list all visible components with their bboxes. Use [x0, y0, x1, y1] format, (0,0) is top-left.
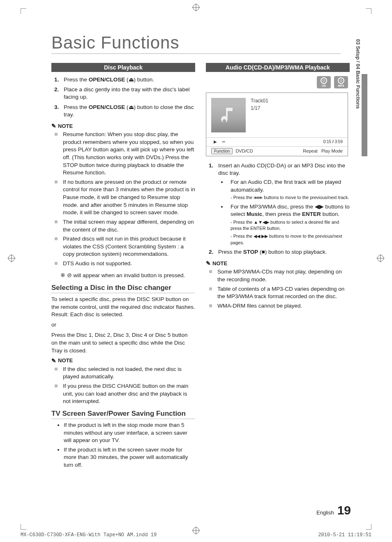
registration-mark-icon	[193, 4, 199, 11]
note-list: If the disc selected is not loaded, the …	[51, 366, 195, 405]
pause-icon: ═	[222, 139, 225, 144]
album-art-icon	[211, 98, 246, 132]
section-header-audio-cd: Audio CD(CD-DA)/MP3/WMA Playback	[206, 63, 350, 72]
note-item: WMA-DRM files cannot be played.	[215, 302, 350, 310]
sub-bullet: For the MP3/WMA disc, press the ◀▶ butto…	[227, 203, 350, 246]
note-label: ✎ NOTE	[51, 123, 195, 129]
mp3-icon: MP3	[334, 76, 348, 88]
title-bar: Basic Functions	[51, 33, 341, 54]
track-name: Track01	[251, 98, 268, 104]
registration-mark-icon	[8, 255, 15, 262]
section-header-disc-playback: Disc Playback	[51, 63, 195, 72]
sub-bullet: For an Audio CD, the first track will be…	[227, 178, 350, 201]
audio-cd-steps: Insert an Audio CD(CD-DA) or an MP3 Disc…	[206, 162, 350, 256]
body-text: or	[51, 321, 195, 329]
print-file-name: MX-C630D-C730D-XFA-ENG-With Tape+NO AM.i…	[21, 532, 157, 538]
note-list: Some MP3/WMA-CDs may not play, depending…	[206, 268, 350, 310]
note-item: The initial screen may appear different,…	[60, 218, 195, 234]
invalid-button-note: ※ ⊘ will appear when an invalid button i…	[51, 272, 195, 280]
playback-time: 0:15 / 3:59	[323, 139, 343, 144]
track-counter: 1/17	[251, 105, 268, 111]
note-label: ✎ NOTE	[51, 357, 195, 364]
crop-mark	[366, 524, 371, 530]
repeat-label: Repeat	[303, 148, 317, 153]
function-label: DVD/CD	[235, 148, 253, 153]
pencil-icon: ✎	[51, 123, 56, 129]
page-title: Basic Functions	[51, 33, 341, 53]
step: Press the OPEN/CLOSE (⏏) button to close…	[60, 104, 195, 118]
note-item: Some MP3/WMA-CDs may not play, depending…	[215, 268, 350, 283]
cd-icon: CD	[317, 76, 331, 88]
print-timestamp: 2010-5-21 11:19:51	[318, 532, 371, 538]
step: Insert an Audio CD(CD-DA) or an MP3 Disc…	[215, 162, 350, 246]
note-item: Table of contents of a MP3-CD varies dep…	[215, 285, 350, 301]
step: Place a disc gently into the tray with t…	[60, 86, 195, 101]
note-label: ✎ NOTE	[206, 260, 350, 266]
disc-playback-steps: Press the OPEN/CLOSE (⏏) button. Place a…	[51, 76, 195, 118]
playmode-label: Play Mode	[321, 148, 343, 153]
note-item: DTS Audio is not supported.	[60, 260, 195, 268]
subheading-disc-changer: Selecting a Disc in the Disc changer	[51, 284, 195, 293]
note-item: Resume function: When you stop disc play…	[60, 131, 195, 177]
registration-mark-icon	[377, 255, 384, 262]
bullet-item: If the product is left in the stop mode …	[64, 422, 195, 445]
crop-mark	[366, 8, 371, 14]
body-text: To select a specific disc, press the DIS…	[51, 296, 195, 319]
tv-saver-bullets: If the product is left in the stop mode …	[51, 422, 195, 469]
crop-mark	[21, 524, 26, 530]
manual-page: Basic Functions 03 Setup / 04 Basic Func…	[0, 0, 392, 542]
page-number: 19	[337, 503, 351, 517]
body-text: Press the Disc 1, Disc 2, Disc 3, Disc 4…	[51, 331, 195, 355]
note-item: If you press the DISC CHANGE button on t…	[60, 382, 195, 405]
crop-mark	[21, 8, 26, 14]
play-icon: ▶	[214, 139, 217, 144]
music-note-icon	[219, 105, 238, 125]
left-column: Disc Playback Press the OPEN/CLOSE (⏏) b…	[51, 61, 195, 473]
subheading-screensaver: TV Screen Saver/Power Saving Function	[51, 410, 195, 419]
note-item: If the disc selected is not loaded, the …	[60, 366, 195, 381]
function-button: Function	[211, 148, 233, 154]
note-item: Pirated discs will not run in this produ…	[60, 235, 195, 258]
pencil-icon: ✎	[206, 260, 211, 266]
step: Press the OPEN/CLOSE (⏏) button.	[60, 76, 195, 83]
note-item: If no buttons are pressed on the product…	[60, 178, 195, 217]
footer-language: English	[316, 510, 334, 516]
right-column: Audio CD(CD-DA)/MP3/WMA Playback CD MP3 …	[206, 61, 350, 473]
thumb-tab	[362, 74, 367, 156]
page-footer: English 19	[316, 503, 351, 517]
pencil-icon: ✎	[51, 357, 56, 364]
print-footer: MX-C630D-C730D-XFA-ENG-With Tape+NO AM.i…	[21, 532, 371, 538]
player-screen-mockup: Track01 1/17 ▶ ═ 0:15 / 3:59	[206, 93, 348, 156]
media-type-icons: CD MP3	[206, 76, 348, 88]
note-list: Resume function: When you stop disc play…	[51, 131, 195, 268]
bullet-item: If the product is left in the screen sav…	[64, 446, 195, 469]
step: Press the STOP (■) button to stop playba…	[215, 248, 350, 256]
